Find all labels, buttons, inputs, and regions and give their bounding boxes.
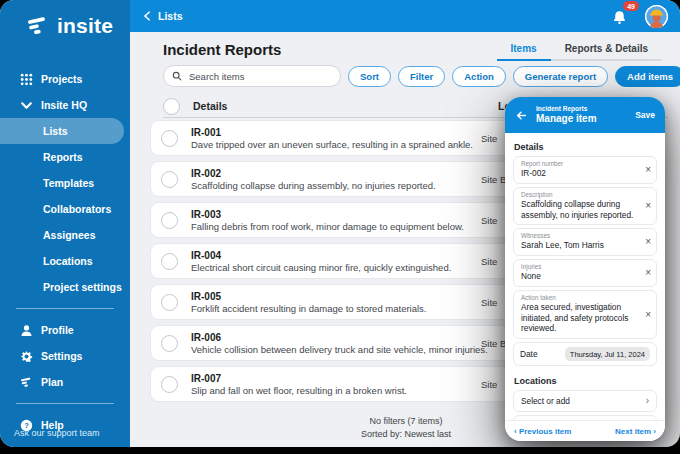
page-title: Incident Reports	[163, 41, 281, 58]
date-value-chip[interactable]: Thursday, Jul 11, 2024	[565, 347, 650, 361]
button-label: Add items	[627, 71, 673, 82]
button-label: Filter	[410, 71, 433, 82]
field-label: Injuries	[521, 263, 640, 270]
clear-field-icon[interactable]: ×	[645, 268, 651, 278]
sidebar-item-label: Insite HQ	[41, 99, 87, 111]
user-avatar[interactable]	[645, 5, 668, 28]
save-button[interactable]: Save	[635, 110, 655, 120]
toolbar-buttons: Sort Filter Action Generate report Add i…	[348, 66, 680, 87]
sidebar-item[interactable]: Assignees	[0, 222, 130, 248]
sidebar-item-label: Profile	[41, 324, 74, 336]
logo-text: insite	[57, 14, 113, 38]
previous-item-link[interactable]: ‹ Previous item	[514, 427, 571, 436]
locations-section-header: Locations	[514, 376, 656, 386]
row-description: Electrical short circuit causing minor f…	[191, 262, 451, 274]
panel-header: Incident Reports Manage item Save	[505, 97, 665, 133]
row-select-radio[interactable]	[161, 294, 178, 311]
sidebar: insite Projects Insite HQ Lists Reports	[0, 0, 130, 447]
sidebar-item[interactable]: Templates	[0, 170, 130, 196]
clear-field-icon[interactable]: ×	[645, 201, 651, 211]
sidebar-item[interactable]: Profile	[0, 317, 130, 343]
row-select-radio[interactable]	[161, 335, 178, 352]
sidebar-nav: Projects Insite HQ Lists Reports Templat…	[0, 66, 130, 300]
details-section-header: Details	[514, 142, 656, 152]
app-window: insite Projects Insite HQ Lists Reports	[0, 0, 680, 447]
sidebar-item[interactable]: Locations	[0, 248, 130, 274]
grid-icon	[20, 73, 33, 86]
location-select-label: Select or add	[521, 396, 570, 406]
clear-field-icon[interactable]: ×	[645, 237, 651, 247]
button-label: Generate report	[525, 71, 596, 82]
row-id: IR-002	[191, 167, 436, 180]
next-item-link[interactable]: Next item ›	[615, 427, 656, 436]
sidebar-item[interactable]: Projects	[0, 66, 130, 92]
row-id: IR-005	[191, 290, 427, 303]
sidebar-item[interactable]: Lists	[0, 118, 124, 144]
field-value: Scaffolding collapse during assembly, no…	[521, 199, 640, 221]
field-card[interactable]: Action taken Area secured, investigation…	[513, 290, 657, 339]
row-description: Forklift accident resulting in damage to…	[191, 303, 427, 315]
tab[interactable]: Items	[497, 40, 551, 61]
date-label: Date	[520, 349, 538, 359]
panel-breadcrumb: Incident Reports	[536, 105, 597, 113]
sidebar-item-label: Templates	[43, 177, 94, 189]
field-value: None	[521, 271, 640, 282]
toolbar-button[interactable]: Generate report	[513, 66, 608, 87]
row-description: Dave tripped over an uneven surface, res…	[191, 139, 473, 151]
row-location: Site	[481, 297, 497, 308]
tab[interactable]: Reports & Details	[551, 40, 662, 61]
row-location: Site B	[481, 174, 506, 185]
field-card[interactable]: Injuries None ×	[513, 259, 657, 287]
field-value: IR-002	[521, 168, 640, 179]
row-location: Site	[481, 133, 497, 144]
toolbar-button[interactable]: Filter	[398, 66, 445, 87]
sidebar-item[interactable]: Project settings	[0, 274, 130, 300]
panel-footer: ‹ Previous item Next item ›	[505, 420, 665, 441]
sidebar-item[interactable]: Collaborators	[0, 196, 130, 222]
field-label: Description	[521, 191, 640, 198]
row-select-radio[interactable]	[161, 212, 178, 229]
sidebar-item[interactable]: Insite HQ	[0, 92, 130, 118]
field-label: Report number	[521, 160, 640, 167]
notifications-button[interactable]: 49	[611, 6, 631, 26]
toolbar: Sort Filter Action Generate report Add i…	[163, 65, 668, 87]
row-id: IR-004	[191, 249, 451, 262]
toolbar-button[interactable]: Sort	[348, 66, 391, 87]
clear-field-icon[interactable]: ×	[645, 165, 651, 175]
sidebar-item-label: Assignees	[43, 229, 96, 241]
select-all-radio[interactable]	[163, 98, 180, 115]
row-select-radio[interactable]	[161, 171, 178, 188]
search-box[interactable]	[163, 65, 341, 87]
toolbar-button[interactable]: Action	[452, 66, 506, 87]
support-link[interactable]: Ask our support team	[14, 428, 100, 438]
toolbar-button[interactable]: Add items	[615, 66, 680, 87]
search-input[interactable]	[187, 70, 332, 83]
back-label: Lists	[158, 10, 183, 22]
sidebar-item-label: Settings	[41, 350, 82, 362]
tabs: Items Reports & Details	[497, 40, 662, 61]
sidebar-item[interactable]: Reports	[0, 144, 130, 170]
sidebar-item-label: Projects	[41, 73, 82, 85]
row-select-radio[interactable]	[161, 130, 178, 147]
field-card[interactable]: Witnesses Sarah Lee, Tom Harris ×	[513, 228, 657, 256]
row-select-radio[interactable]	[161, 253, 178, 270]
field-card[interactable]: Report number IR-002 ×	[513, 156, 657, 184]
notification-badge: 49	[623, 1, 639, 11]
location-select[interactable]: Select or add ›	[513, 390, 657, 412]
field-card[interactable]: Description Scaffolding collapse during …	[513, 187, 657, 226]
sidebar-item-label: Collaborators	[43, 203, 111, 215]
panel-body: Details Report number IR-002 × Descripti…	[505, 133, 665, 421]
clear-field-icon[interactable]: ×	[645, 310, 651, 320]
tab-label: Reports & Details	[565, 43, 648, 54]
search-icon	[172, 71, 182, 81]
person-icon	[20, 324, 33, 337]
back-arrow-icon[interactable]	[515, 109, 528, 122]
tab-label: Items	[511, 43, 537, 54]
sidebar-item[interactable]: Plan	[0, 369, 130, 395]
sidebar-item[interactable]: Settings	[0, 343, 130, 369]
row-description: Falling debris from roof work, minor dam…	[191, 221, 464, 233]
row-select-radio[interactable]	[161, 376, 178, 393]
back-to-lists[interactable]: Lists	[142, 10, 183, 22]
row-description: Slip and fall on wet floor, resulting in…	[191, 385, 407, 397]
field-label: Witnesses	[521, 232, 640, 239]
